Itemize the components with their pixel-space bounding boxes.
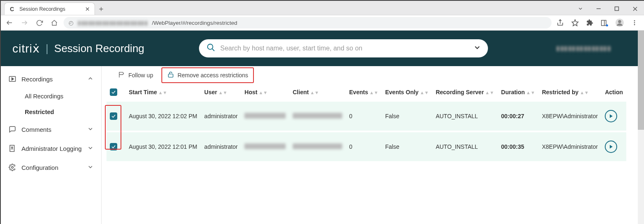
cell-events: 0: [346, 131, 382, 161]
col-duration[interactable]: Duration▲▼: [498, 84, 539, 101]
chevron-down-icon: [87, 145, 94, 153]
cell-restricted-by: X8EPW\Administrator: [539, 131, 601, 161]
sort-icon: ▲▼: [420, 91, 429, 94]
home-icon[interactable]: [49, 17, 59, 28]
admin-log-icon: [8, 144, 17, 153]
url-host-redacted: ▮▮▮▮▮▮▮▮▮▮▮▮▮▮▮▮▮▮▮▮: [78, 19, 148, 26]
svg-point-15: [207, 44, 213, 50]
col-events-only[interactable]: Events Only▲▼: [382, 84, 432, 101]
search-icon: [206, 43, 215, 54]
tab-dropdown-icon[interactable]: [571, 2, 590, 15]
cell-events-only: False: [382, 101, 432, 131]
close-window-icon[interactable]: [626, 2, 644, 15]
extension-icons: [556, 18, 641, 27]
main-area: Recordings All Recordings Restricted Com…: [1, 66, 638, 224]
row-checkbox[interactable]: [110, 143, 117, 150]
play-button[interactable]: [605, 110, 617, 122]
menu-icon[interactable]: [630, 18, 639, 27]
svg-point-21: [12, 167, 14, 169]
row-checkbox[interactable]: [110, 112, 117, 120]
col-rec-server[interactable]: Recording Server▲▼: [432, 84, 497, 101]
chevron-up-icon: [87, 75, 94, 83]
cell-user: administrator: [201, 131, 241, 161]
table-row[interactable]: August 30, 2022 12:01 PM administrator 0…: [107, 131, 626, 161]
sidebar-item-comments[interactable]: Comments: [1, 120, 101, 139]
cell-client: [289, 101, 346, 131]
cell-events-only: False: [382, 131, 432, 161]
search-bar[interactable]: [199, 39, 488, 57]
new-tab-button[interactable]: ＋: [95, 2, 107, 15]
sidebar-label: Configuration: [21, 164, 58, 171]
back-icon[interactable]: [4, 17, 15, 28]
sidebar-item-all-recordings[interactable]: All Recordings: [1, 88, 101, 104]
forward-icon[interactable]: [19, 17, 30, 28]
brand-logo: citriẋ: [12, 42, 40, 55]
comments-icon: [8, 125, 17, 133]
cell-user: administrator: [201, 101, 241, 131]
svg-marker-18: [12, 78, 14, 80]
brand: citriẋ | Session Recording: [12, 42, 144, 55]
app-header: citriẋ | Session Recording ▮▮▮▮▮▮▮▮▮▮▮▮▮…: [1, 31, 638, 66]
sidebar-label: Administrator Logging: [21, 145, 82, 152]
col-client[interactable]: Client▲▼: [289, 84, 346, 101]
chevron-down-icon[interactable]: [473, 43, 481, 53]
tab-close-icon[interactable]: ✕: [85, 6, 90, 12]
cell-duration: 00:00:35: [498, 131, 539, 161]
table-header-row: Start Time▲▼ User▲▼ Host▲▼ Client▲▼ Even…: [107, 84, 626, 101]
profile-icon[interactable]: [615, 18, 624, 27]
svg-point-12: [634, 20, 635, 21]
follow-up-button[interactable]: Follow up: [113, 68, 158, 82]
brand-title: Session Recording: [54, 42, 144, 55]
page-scrollbar[interactable]: [638, 31, 644, 224]
brand-divider: |: [46, 42, 49, 55]
chevron-down-icon: [87, 164, 94, 172]
sidebar-item-recordings[interactable]: Recordings: [1, 69, 101, 88]
sidebar-item-restricted[interactable]: Restricted: [1, 104, 101, 120]
svg-point-11: [618, 20, 621, 23]
table-row[interactable]: August 30, 2022 12:02 PM administrator 0…: [107, 101, 626, 131]
bookmark-star-icon[interactable]: [571, 18, 580, 27]
scrollbar-thumb[interactable]: [638, 31, 644, 130]
site-info-icon[interactable]: ◴: [69, 19, 73, 26]
recordings-table: Start Time▲▼ User▲▼ Host▲▼ Client▲▼ Even…: [107, 84, 626, 161]
reading-list-icon[interactable]: [600, 18, 609, 27]
sort-icon: ▲▼: [526, 91, 535, 94]
reload-icon[interactable]: [34, 17, 45, 28]
sort-icon: ▲▼: [158, 91, 167, 94]
svg-rect-1: [615, 7, 619, 11]
favicon-icon: C: [9, 6, 15, 12]
play-button[interactable]: [605, 141, 617, 153]
maximize-icon[interactable]: [608, 2, 626, 15]
follow-up-label: Follow up: [128, 72, 153, 79]
share-icon[interactable]: [556, 18, 565, 27]
sort-icon: ▲▼: [580, 91, 589, 94]
tab-strip: C Session Recordings ✕ ＋: [1, 1, 644, 15]
cell-client: [289, 131, 346, 161]
toolbar: Follow up Remove access restrictions: [102, 66, 638, 84]
svg-point-13: [634, 22, 635, 24]
col-host[interactable]: Host▲▼: [241, 84, 289, 101]
extensions-icon[interactable]: [585, 18, 594, 27]
remove-restrictions-button[interactable]: Remove access restrictions: [161, 67, 254, 83]
cell-host: [241, 101, 289, 131]
url-field[interactable]: ◴ ▮▮▮▮▮▮▮▮▮▮▮▮▮▮▮▮▮▮▮▮ /WebPlayer/#/reco…: [64, 17, 552, 29]
sidebar-label: Recordings: [21, 76, 53, 83]
address-bar: ◴ ▮▮▮▮▮▮▮▮▮▮▮▮▮▮▮▮▮▮▮▮ /WebPlayer/#/reco…: [1, 15, 644, 31]
col-events[interactable]: Events▲▼: [346, 84, 382, 101]
col-restricted-by[interactable]: Restricted by▲▼: [539, 84, 601, 101]
svg-line-16: [212, 49, 214, 51]
col-start-time[interactable]: Start Time▲▼: [125, 84, 201, 101]
search-input[interactable]: [220, 45, 468, 52]
remove-restrictions-label: Remove access restrictions: [178, 72, 248, 79]
minimize-icon[interactable]: [590, 2, 608, 15]
cell-host: [241, 131, 289, 161]
col-user[interactable]: User▲▼: [201, 84, 241, 101]
cell-rec-server: AUTO_INSTALL: [432, 131, 497, 161]
cell-start-time: August 30, 2022 12:01 PM: [125, 131, 201, 161]
sidebar-item-configuration[interactable]: Configuration: [1, 158, 101, 177]
cell-start-time: August 30, 2022 12:02 PM: [125, 101, 201, 131]
col-action: Action: [601, 84, 626, 101]
browser-tab[interactable]: C Session Recordings ✕: [4, 2, 95, 15]
sidebar-item-admin-logging[interactable]: Administrator Logging: [1, 139, 101, 158]
select-all-checkbox[interactable]: [110, 88, 117, 96]
